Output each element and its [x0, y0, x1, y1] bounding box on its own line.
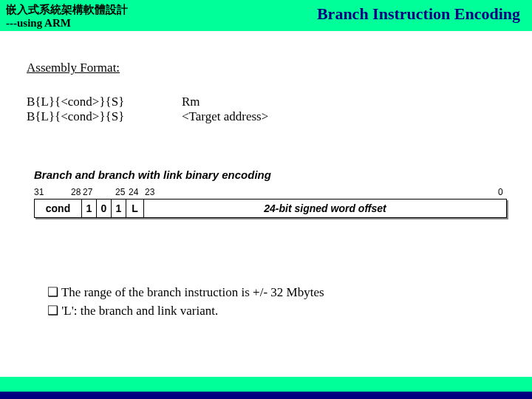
diagram-title: Branch and branch with link binary encod…: [34, 168, 505, 181]
note-item: 'L': the branch and link variant.: [47, 303, 505, 318]
slide-footer: [0, 377, 532, 399]
bit-label: 25: [115, 187, 125, 197]
format-row: B{L}{<cond>}{S} <Target address>: [27, 109, 505, 124]
assembly-format-block: B{L}{<cond>}{S} Rm B{L}{<cond>}{S} <Targ…: [27, 95, 505, 124]
course-title-block: 嵌入式系統架構軟體設計 ---using ARM: [6, 3, 128, 30]
slide-header: 嵌入式系統架構軟體設計 ---using ARM Branch Instruct…: [0, 0, 532, 31]
section-heading: Assembly Format:: [27, 61, 505, 75]
format-mnemonic: B{L}{<cond>}{S}: [27, 109, 182, 124]
slide-title: Branch Instruction Encoding: [317, 4, 520, 24]
course-subtitle: ---using ARM: [6, 16, 128, 30]
bit-label: 31: [34, 187, 44, 197]
notes-list: The range of the branch instruction is +…: [47, 284, 505, 318]
slide-content: Assembly Format: B{L}{<cond>}{S} Rm B{L}…: [0, 31, 532, 318]
bit-label: 24: [129, 187, 138, 197]
field-bit: 0: [97, 200, 112, 217]
encoding-fields: cond 1 0 1 L 24-bit signed word offset: [34, 199, 507, 218]
field-cond: cond: [35, 200, 82, 217]
format-mnemonic: B{L}{<cond>}{S}: [27, 95, 182, 109]
bit-label: 27: [83, 187, 92, 197]
bit-label: 28: [71, 187, 81, 197]
format-row: B{L}{<cond>}{S} Rm: [27, 95, 505, 109]
field-bit: 1: [112, 200, 126, 217]
note-item: The range of the branch instruction is +…: [47, 284, 505, 300]
encoding-diagram: 31 28 27 25 24 23 0 cond 1 0 1 L 24-bit …: [34, 187, 507, 218]
bit-indices: 31 28 27 25 24 23 0: [34, 187, 507, 199]
footer-bar-dark: [0, 392, 532, 399]
format-operand: <Target address>: [182, 109, 268, 124]
course-title: 嵌入式系統架構軟體設計: [6, 3, 128, 16]
bit-label: 23: [145, 187, 154, 197]
bit-label: 0: [498, 187, 503, 197]
field-link-bit: L: [126, 200, 144, 217]
field-offset: 24-bit signed word offset: [144, 200, 506, 217]
format-operand: Rm: [182, 95, 200, 109]
footer-bar-accent: [0, 377, 532, 392]
field-bit: 1: [82, 200, 97, 217]
